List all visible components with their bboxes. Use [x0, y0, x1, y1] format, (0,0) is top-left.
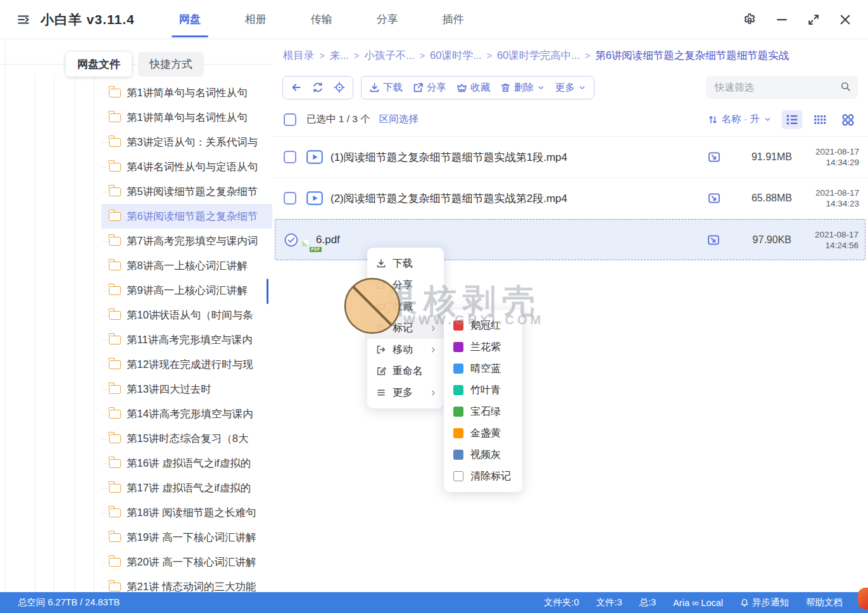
sidebar-folder-item[interactable]: 第19讲 高一下核心词汇讲解: [101, 525, 272, 550]
menu-item-rename[interactable]: 重命名: [367, 360, 444, 382]
range-select-link[interactable]: 区间选择: [379, 113, 418, 126]
quick-filter-input[interactable]: [706, 76, 858, 99]
sidebar-folder-item[interactable]: 第9讲高一上核心词汇讲解: [101, 278, 272, 303]
file-name[interactable]: (1)阅读细节题之复杂细节题细节题实战第1段.mp4: [330, 150, 700, 165]
tab-transfer[interactable]: 传输: [302, 1, 341, 38]
refresh-button[interactable]: [312, 82, 324, 93]
sidebar-folder-item-selected[interactable]: 第6讲阅读细节题之复杂细节: [101, 204, 272, 229]
sidebar-folder-item[interactable]: 第8讲高一上核心词汇讲解: [101, 253, 272, 278]
folder-icon: [109, 434, 121, 443]
breadcrumb-item[interactable]: 根目录: [283, 49, 315, 63]
sidebar-folder-item[interactable]: 第18讲 阅读细节题之长难句: [101, 500, 272, 525]
sidebar-scrollbar-thumb[interactable]: [267, 279, 268, 304]
file-row[interactable]: (1)阅读细节题之复杂细节题细节题实战第1段.mp4 91.91MB 2021-…: [272, 137, 868, 178]
folder-name: 第21讲 情态动词的三大功能: [127, 580, 256, 593]
sidebar-folder-item[interactable]: 第10讲状语从句（时间与条: [101, 303, 272, 327]
file-name[interactable]: 6.pdf: [316, 234, 699, 246]
label-teal[interactable]: 竹叶青: [444, 379, 522, 401]
breadcrumb-item[interactable]: 来...: [330, 49, 349, 63]
settings-gear-icon[interactable]: [743, 13, 757, 27]
menu-item-share[interactable]: 分享: [367, 274, 444, 296]
share-button[interactable]: 分享: [413, 81, 446, 94]
breadcrumb-item[interactable]: 60课时学...: [430, 49, 482, 63]
breadcrumb-item[interactable]: 小孩子不...: [364, 49, 415, 63]
video-file-icon: [306, 191, 323, 205]
delete-button[interactable]: 删除: [500, 81, 545, 94]
folder-name: 第1讲简单句与名词性从句: [127, 111, 248, 125]
sidebar-folder-item[interactable]: 第1讲简单句与名词性从句: [101, 105, 272, 130]
folder-name: 第19讲 高一下核心词汇讲解: [127, 531, 256, 545]
folder-icon: [109, 558, 121, 567]
sidebar-folder-item[interactable]: 第20讲 高一下核心词汇讲解: [101, 550, 272, 574]
label-red[interactable]: 鹅冠红: [444, 315, 522, 336]
view-grid-button[interactable]: [810, 110, 830, 129]
breadcrumb-separator: >: [585, 51, 590, 61]
sort-control[interactable]: 名称 · 升: [708, 113, 772, 126]
aria-mode[interactable]: Aria ∞ Local: [673, 598, 723, 608]
sidebar-folder-item[interactable]: 第15讲时态综合复习（8大: [101, 426, 272, 451]
view-list-button[interactable]: [782, 110, 802, 129]
minimize-icon[interactable]: [776, 13, 788, 26]
menu-item-label[interactable]: 标记: [367, 317, 444, 339]
label-gray[interactable]: 视频灰: [444, 444, 522, 465]
corner-notification-badge[interactable]: [858, 588, 868, 609]
sidebar-folder-item[interactable]: 第11讲高考完形填空与课内: [101, 327, 272, 352]
menu-item-favorite[interactable]: 收藏: [367, 296, 444, 317]
sidebar-folder-item[interactable]: 第13讲四大过去时: [101, 377, 272, 401]
label-clear[interactable]: 清除标记: [444, 465, 522, 487]
breadcrumb-separator: >: [420, 51, 425, 61]
close-icon[interactable]: [839, 13, 852, 26]
label-green[interactable]: 宝石绿: [444, 401, 522, 422]
sidebar-tab-shortcuts[interactable]: 快捷方式: [138, 52, 204, 77]
folder-name: 第3讲定语从句：关系代词与: [127, 136, 258, 149]
folder-icon: [109, 385, 121, 394]
pdf-badge: PDF: [310, 247, 322, 252]
cast-icon[interactable]: [700, 192, 729, 205]
sidebar-folder-item[interactable]: 第14讲高考完形填空与课内: [101, 401, 272, 426]
download-button[interactable]: 下载: [369, 81, 403, 94]
tab-plugin[interactable]: 插件: [434, 1, 473, 38]
help-docs-link[interactable]: 帮助文档: [806, 597, 843, 609]
sidebar-folder-item[interactable]: 第4讲名词性从句与定语从句: [101, 155, 272, 179]
sidebar-folder-item[interactable]: 第21讲 情态动词的三大功能: [101, 574, 272, 592]
file-name[interactable]: (2)阅读细节题之复杂细节题细节题实战第2段.mp4: [330, 191, 700, 206]
sidebar-folder-item[interactable]: 第17讲 虚拟语气之if虚拟的: [101, 476, 272, 500]
folder-name: 第16讲 虚拟语气之if虚拟的: [127, 457, 251, 471]
checked-circle-icon[interactable]: [284, 233, 298, 247]
sidebar-folder-item[interactable]: 第3讲定语从句：关系代词与: [101, 130, 272, 155]
sidebar-collapse-icon[interactable]: [16, 13, 30, 27]
view-tile-button[interactable]: [838, 110, 858, 129]
label-yellow[interactable]: 金盏黄: [444, 422, 522, 444]
tab-album[interactable]: 相册: [236, 1, 275, 38]
select-all-checkbox[interactable]: [284, 113, 296, 126]
file-row[interactable]: (2)阅读细节题之复杂细节题细节题实战第2段.mp4 65.88MB 2021-…: [272, 178, 868, 219]
sidebar-folder-item[interactable]: 第1讲简单句与名词性从句: [101, 80, 272, 105]
menu-item-move[interactable]: 移动: [367, 339, 444, 360]
cast-icon[interactable]: [699, 234, 728, 246]
download-icon: [369, 82, 380, 93]
sidebar-folder-item[interactable]: 第5讲阅读细节题之复杂细节: [101, 179, 272, 204]
tab-netdisk[interactable]: 网盘: [170, 1, 210, 38]
label-blue[interactable]: 晴空蓝: [444, 358, 522, 379]
row-checkbox[interactable]: [284, 151, 296, 163]
row-checkbox[interactable]: [284, 192, 296, 205]
menu-item-download[interactable]: 下载: [367, 253, 444, 274]
file-size: 97.90KB: [728, 234, 791, 246]
file-row-selected[interactable]: PDF 6.pdf 97.90KB 2021-08-1714:24:56: [275, 219, 865, 260]
sidebar-tab-files[interactable]: 网盘文件: [66, 52, 132, 77]
async-notify-button[interactable]: 异步通知: [740, 597, 789, 609]
label-purple[interactable]: 兰花紫: [444, 336, 522, 358]
cast-icon[interactable]: [700, 151, 729, 163]
maximize-icon[interactable]: [807, 13, 820, 26]
more-button[interactable]: 更多: [555, 81, 586, 94]
sidebar-folder-item[interactable]: 第12讲现在完成进行时与现: [101, 352, 272, 377]
search-icon[interactable]: [840, 81, 851, 92]
sidebar-folder-item[interactable]: 第7讲高考完形填空与课内词: [101, 229, 272, 253]
menu-item-more[interactable]: 更多: [367, 382, 444, 403]
back-button[interactable]: [291, 82, 302, 93]
locate-button[interactable]: [334, 82, 345, 93]
favorite-button[interactable]: 收藏: [456, 81, 490, 94]
tab-share[interactable]: 分享: [368, 1, 407, 38]
breadcrumb-item[interactable]: 60课时学完高中...: [497, 49, 580, 63]
sidebar-folder-item[interactable]: 第16讲 虚拟语气之if虚拟的: [101, 451, 272, 476]
